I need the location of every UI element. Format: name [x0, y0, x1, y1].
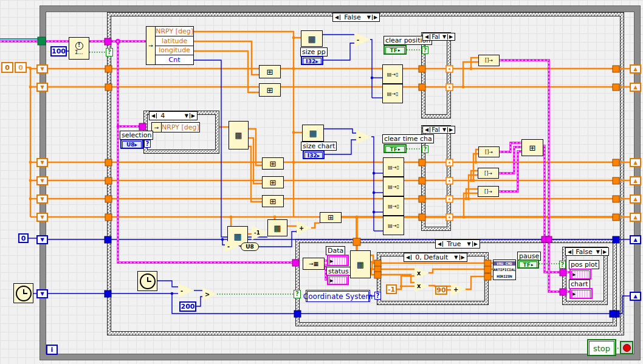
delete-from-array-node[interactable]: ▤→▯: [382, 84, 403, 103]
build-array-node[interactable]: ⊞: [259, 83, 281, 97]
loop-input-tunnel: [38, 37, 46, 45]
build-array-node[interactable]: ⊞: [262, 176, 284, 188]
chart-indicator: ▶: [569, 288, 593, 299]
data-cluster-indicator: ▶: [327, 255, 349, 266]
tick-count-icon[interactable]: [137, 271, 157, 291]
shift-register-left-5[interactable]: ▼: [36, 194, 48, 204]
unbundle-arrow-icon: →: [146, 27, 156, 64]
loop-condition-terminal[interactable]: [620, 341, 633, 354]
size-chart-label: size chart: [301, 142, 337, 151]
bundle-node[interactable]: []→: [478, 55, 500, 66]
threshold-constant[interactable]: 200: [179, 301, 196, 312]
init-zero-constant[interactable]: 0: [1, 62, 13, 73]
shift-register-right-2[interactable]: ▲: [630, 83, 641, 92]
bundle-node[interactable]: []→: [478, 186, 499, 197]
shift-register-right-1[interactable]: ▲: [630, 64, 641, 74]
chart-label: chart: [569, 280, 590, 289]
ninety-constant[interactable]: 90: [435, 286, 447, 295]
timeout-constant[interactable]: 100: [50, 46, 67, 57]
stop-sign-icon: [623, 344, 631, 352]
to-u8-conversion-node[interactable]: U8: [241, 242, 259, 251]
shift-register-right-3[interactable]: ▲: [630, 158, 641, 167]
shift-register-left-1[interactable]: ▼: [36, 64, 48, 74]
index-array-node[interactable]: ▦: [229, 121, 249, 149]
size-pp-label: size pp: [300, 47, 328, 57]
index-array-node[interactable]: ▦: [350, 250, 371, 278]
delete-from-array-node[interactable]: ▤→▯: [383, 216, 404, 235]
pos-plot-label: pos plot: [569, 260, 599, 269]
orange-tunnels: [105, 66, 619, 280]
unbundle-position-cluster[interactable]: → NRPY [deg] latitude longitude Cnt: [146, 26, 194, 65]
clear-position-tf-control[interactable]: TF▸: [383, 45, 407, 55]
vru-cmd-artificial-horizon-vi[interactable]: VRU_CMD ARTIFICIAL HORIZON: [493, 259, 516, 280]
tick-count-icon-left[interactable]: [13, 283, 33, 303]
array-size-node[interactable]: ▦: [301, 30, 323, 47]
fal-case-top-selector[interactable]: ◀ Fal ▼ ▶: [422, 33, 455, 41]
neg-one-constant[interactable]: -1: [386, 284, 397, 294]
main-case-selector-terminal: ?: [106, 48, 113, 57]
unbundle-selection-cluster[interactable]: → NRPY [deg]: [151, 122, 200, 132]
shift-register-right-7[interactable]: ▲: [630, 235, 641, 244]
plot-case-selector[interactable]: ◀ False ▼ ▶: [565, 247, 609, 256]
shift-register-left-4[interactable]: ▼: [36, 176, 48, 185]
delete-from-array-node[interactable]: ▤→▯: [383, 177, 404, 196]
init-zero-blue-constant[interactable]: 0: [18, 233, 29, 243]
true-case-selector[interactable]: ◀ True ▼ ▶: [435, 239, 480, 249]
bundle-node[interactable]: []→: [478, 146, 500, 157]
loop-iteration-terminal: i: [46, 345, 58, 355]
clear-time-chart-label: clear time cha: [382, 134, 434, 143]
selection-u8-control[interactable]: U8▸: [120, 139, 143, 149]
wait-notifier-vi-icon[interactable]: ! Σ…: [69, 37, 89, 60]
build-array-node[interactable]: ⊞: [259, 65, 281, 78]
labview-block-diagram: ◀ False ▼ ▶ ◀ Fal ▼ ▶ ◀ Fal ▼ ▶ ◀ 4 ▼ ▶ …: [0, 0, 643, 364]
selection-case-selector-terminal: ?: [144, 140, 151, 148]
shift-register-left-2[interactable]: ▼: [36, 83, 48, 92]
pink-cluster-wires: [0, 39, 569, 292]
init-zero-boxed-constant[interactable]: 0: [15, 62, 27, 73]
true-case-selector-terminal: ?: [294, 290, 301, 298]
fal-top-selector-terminal: ?: [422, 46, 428, 54]
delete-from-array-node[interactable]: ▤→▯: [383, 196, 404, 216]
array-size-node[interactable]: ▦: [302, 125, 324, 142]
fal-mid-selector-terminal: ?: [422, 145, 428, 153]
build-array-node[interactable]: ⊞: [262, 157, 284, 170]
build-array-node[interactable]: ⊞: [262, 195, 284, 207]
index-array-node[interactable]: ▦: [267, 219, 287, 236]
rotation-case-selector[interactable]: ◀ 0, Default ▼ ▶: [404, 253, 467, 262]
pos-plot-indicator: ▶: [569, 269, 591, 280]
stop-button-terminal[interactable]: stop: [587, 339, 616, 356]
selection-label: selection: [120, 131, 153, 140]
selection-case-selector[interactable]: ◀ 4 ▼ ▶: [149, 111, 198, 120]
size-chart-i32-control[interactable]: I32▸: [303, 150, 325, 159]
build-array-node[interactable]: ⊞: [521, 139, 543, 156]
shift-register-left-8[interactable]: ▼: [36, 289, 48, 298]
shift-register-right-8[interactable]: ▲: [630, 292, 641, 301]
delete-from-array-node[interactable]: ▤→▯: [382, 64, 403, 84]
rotation-case-selector-terminal: ?: [374, 292, 381, 300]
unbundle-cluster-node[interactable]: →▦: [303, 258, 325, 270]
main-case-selector[interactable]: ◀ False ▼ ▶: [332, 13, 380, 22]
pause-tf-control[interactable]: TF▸: [517, 259, 539, 269]
status-cluster-indicator: ▶: [327, 275, 349, 285]
shift-register-right-5[interactable]: ▲: [630, 194, 641, 204]
shift-register-left-6[interactable]: ▼: [36, 213, 48, 222]
delete-from-array-node[interactable]: ▤→▯: [383, 157, 404, 177]
data-label: Data: [326, 246, 345, 255]
shift-register-right-4[interactable]: ▲: [630, 176, 641, 185]
clear-time-chart-tf-control[interactable]: TF▸: [383, 144, 407, 153]
coordinate-system-ring[interactable]: Coordinate System: [306, 290, 370, 302]
shift-register-right-6[interactable]: ▲: [630, 213, 641, 222]
shift-register-left-3[interactable]: ▼: [36, 158, 48, 167]
orange-output-tunnels: [446, 66, 453, 221]
size-pp-i32-control[interactable]: I32▸: [301, 56, 323, 65]
fal-case-mid-selector[interactable]: ◀ Fal ▼ ▶: [422, 126, 455, 134]
build-array-node[interactable]: ⊞: [320, 212, 342, 223]
shift-register-left-7[interactable]: ▼: [36, 235, 48, 244]
plot-case-selector-terminal: ?: [559, 261, 566, 269]
bundle-node[interactable]: []→: [478, 168, 499, 179]
